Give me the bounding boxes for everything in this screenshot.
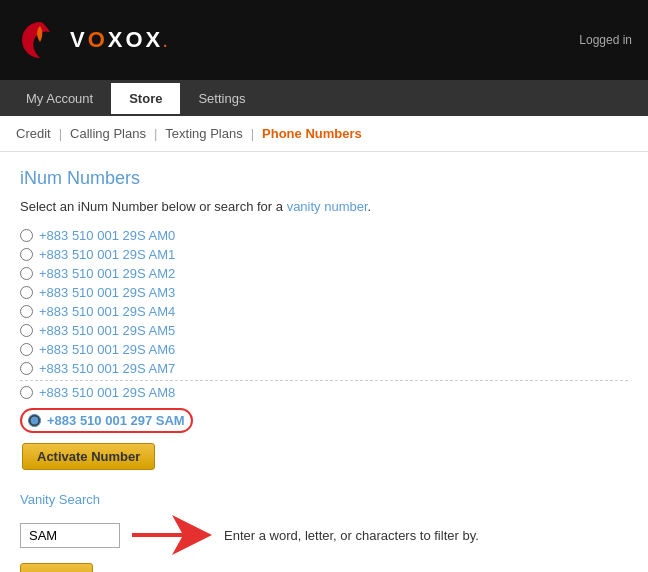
number-label-n0[interactable]: +883 510 001 29S AM0	[39, 228, 175, 243]
number-label-n3[interactable]: +883 510 001 29S AM3	[39, 285, 175, 300]
list-item: +883 510 001 29S AM5	[20, 323, 628, 338]
number-label-n7[interactable]: +883 510 001 29S AM7	[39, 361, 175, 376]
activate-button[interactable]: Activate Number	[22, 443, 155, 470]
vanity-search-section: Vanity Search Enter a word, letter, or c…	[20, 492, 628, 572]
radio-n3[interactable]	[20, 286, 33, 299]
sub-nav-phone-numbers[interactable]: Phone Numbers	[262, 126, 362, 141]
page-description: Select an iNum Number below or search fo…	[20, 199, 628, 214]
search-button[interactable]: Search	[20, 563, 93, 572]
arrow-icon	[132, 515, 212, 555]
desc-suffix: .	[368, 199, 372, 214]
nav-item-my-account[interactable]: My Account	[8, 83, 111, 114]
radio-n1[interactable]	[20, 248, 33, 261]
header: VOXOX. Logged in	[0, 0, 648, 80]
nav-bar: My Account Store Settings	[0, 80, 648, 116]
selected-row: +883 510 001 297 SAM	[20, 408, 193, 433]
nav-item-settings[interactable]: Settings	[180, 83, 263, 114]
list-item: +883 510 001 29S AM3	[20, 285, 628, 300]
radio-n5[interactable]	[20, 324, 33, 337]
list-item: +883 510 001 29S AM1	[20, 247, 628, 262]
sub-nav-credit[interactable]: Credit	[16, 126, 51, 141]
number-label-n1[interactable]: +883 510 001 29S AM1	[39, 247, 175, 262]
logo-icon	[16, 16, 64, 64]
logo: VOXOX.	[16, 16, 170, 64]
logged-in-status: Logged in	[579, 33, 632, 47]
radio-n4[interactable]	[20, 305, 33, 318]
number-label-n2[interactable]: +883 510 001 29S AM2	[39, 266, 175, 281]
main-content: iNum Numbers Select an iNum Number below…	[0, 152, 648, 572]
number-list: +883 510 001 29S AM0 +883 510 001 29S AM…	[20, 228, 628, 400]
list-item: +883 510 001 29S AM6	[20, 342, 628, 357]
radio-n9[interactable]	[28, 414, 41, 427]
list-item: +883 510 001 29S AM2	[20, 266, 628, 281]
list-item: +883 510 001 29S AM0	[20, 228, 628, 243]
number-label-n4[interactable]: +883 510 001 29S AM4	[39, 304, 175, 319]
svg-marker-1	[132, 515, 212, 555]
page-title: iNum Numbers	[20, 168, 628, 189]
radio-n0[interactable]	[20, 229, 33, 242]
sub-nav-sep-2: |	[154, 126, 157, 141]
number-label-n6[interactable]: +883 510 001 29S AM6	[39, 342, 175, 357]
vanity-search-label[interactable]: Vanity Search	[20, 492, 628, 507]
radio-n6[interactable]	[20, 343, 33, 356]
vanity-input[interactable]	[20, 523, 120, 548]
vanity-link[interactable]: vanity number	[287, 199, 368, 214]
number-label-n8[interactable]: +883 510 001 29S AM8	[39, 385, 175, 400]
sub-nav-sep-1: |	[59, 126, 62, 141]
sub-nav-sep-3: |	[251, 126, 254, 141]
list-item: +883 510 001 29S AM7	[20, 361, 628, 376]
list-item: +883 510 001 29S AM8	[20, 380, 628, 400]
radio-n7[interactable]	[20, 362, 33, 375]
vanity-description: Enter a word, letter, or characters to f…	[224, 528, 479, 543]
radio-n8[interactable]	[20, 386, 33, 399]
selected-number-container: +883 510 001 297 SAM	[20, 408, 628, 433]
list-item: +883 510 001 29S AM4	[20, 304, 628, 319]
vanity-row: Enter a word, letter, or characters to f…	[20, 515, 628, 555]
sub-nav-texting-plans[interactable]: Texting Plans	[165, 126, 242, 141]
arrow-annotation	[132, 515, 212, 555]
desc-prefix: Select an iNum Number below or search fo…	[20, 199, 287, 214]
sub-nav: Credit | Calling Plans | Texting Plans |…	[0, 116, 648, 152]
logo-text: VOXOX.	[70, 27, 170, 53]
nav-item-store[interactable]: Store	[111, 83, 180, 114]
number-label-n9[interactable]: +883 510 001 297 SAM	[47, 413, 185, 428]
number-label-n5[interactable]: +883 510 001 29S AM5	[39, 323, 175, 338]
radio-n2[interactable]	[20, 267, 33, 280]
sub-nav-calling-plans[interactable]: Calling Plans	[70, 126, 146, 141]
